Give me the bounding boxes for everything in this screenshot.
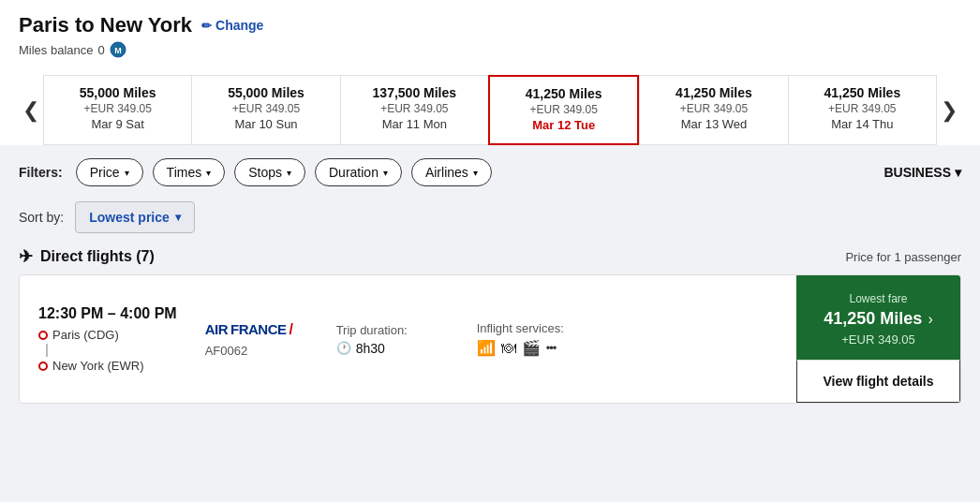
date-card-1[interactable]: 55,000 Miles +EUR 349.05 Mar 10 Sun <box>191 75 339 145</box>
trip-duration-label: Trip duration: <box>336 323 449 337</box>
direct-flights-label: Direct flights (7) <box>40 248 155 265</box>
carousel-prev-button[interactable]: ❮ <box>19 98 43 123</box>
date-miles-4: 41,250 Miles <box>647 85 780 100</box>
date-card-2[interactable]: 137,500 Miles +EUR 349.05 Mar 11 Mon <box>340 75 488 145</box>
route-line <box>46 344 48 357</box>
date-miles-2: 137,500 Miles <box>349 85 481 100</box>
date-label-4: Mar 13 Wed <box>647 117 780 131</box>
carousel-next-button[interactable]: ❯ <box>937 98 961 123</box>
flight-card: 12:30 PM – 4:00 PM Paris (CDG) New York … <box>19 274 961 404</box>
lowest-fare-button[interactable]: Lowest fare 41,250 Miles › +EUR 349.05 <box>796 275 960 360</box>
inflight-label: Inflight services: <box>477 321 608 335</box>
date-miles-0: 55,000 Miles <box>52 85 184 100</box>
airline-info: AIRFRANCE / AF0062 <box>205 321 308 358</box>
date-price-4: +EUR 349.05 <box>647 102 780 115</box>
miles-balance-label: Miles balance <box>19 43 94 57</box>
filter-chevron-icon-2: ▾ <box>287 168 291 178</box>
route: Paris (CDG) New York (EWR) <box>38 328 177 373</box>
more-services-icon: ••• <box>546 341 557 355</box>
destination-dot <box>38 362 48 371</box>
sort-label: Sort by: <box>19 210 64 225</box>
view-flight-details-button[interactable]: View flight details <box>796 360 960 403</box>
fare-box: Lowest fare 41,250 Miles › +EUR 349.05 V… <box>796 275 960 403</box>
filter-label-1: Times <box>167 165 202 180</box>
pencil-icon: ✏ <box>201 19 212 33</box>
filters-bar: Filters: Price▾Times▾Stops▾Duration▾Airl… <box>0 145 980 196</box>
filter-chevron-icon-0: ▾ <box>125 168 129 178</box>
filter-label-0: Price <box>90 165 120 180</box>
trip-duration: Trip duration: 🕐 8h30 <box>336 323 449 356</box>
filter-label-3: Duration <box>329 165 379 180</box>
route-destination: New York (EWR) <box>38 359 177 373</box>
fare-miles: 41,250 Miles <box>824 309 922 329</box>
sort-value: Lowest price <box>89 210 170 225</box>
lowest-fare-label: Lowest fare <box>849 292 907 305</box>
miles-coin-icon: M <box>110 41 126 58</box>
date-label-3: Mar 12 Tue <box>497 118 630 132</box>
duration-text: 8h30 <box>356 341 385 356</box>
origin-label: Paris (CDG) <box>52 328 119 342</box>
flight-info: 12:30 PM – 4:00 PM Paris (CDG) New York … <box>20 275 796 403</box>
destination-label: New York (EWR) <box>52 359 144 373</box>
sort-chevron-icon: ▾ <box>175 211 181 224</box>
filter-button-stops[interactable]: Stops▾ <box>234 158 305 186</box>
date-miles-1: 55,000 Miles <box>200 85 332 100</box>
section-title: ✈ Direct flights (7) <box>19 246 155 267</box>
inflight-icons: 📶 🍽 🎬 ••• <box>477 339 608 357</box>
date-cards-container: 55,000 Miles +EUR 349.05 Mar 9 Sat 55,00… <box>43 75 937 145</box>
change-label: Change <box>215 18 263 33</box>
cabin-class-button[interactable]: BUSINESS ▾ <box>883 165 961 180</box>
miles-balance-value: 0 <box>98 43 105 57</box>
fare-arrow-icon: › <box>928 311 932 328</box>
origin-dot <box>38 331 48 340</box>
date-card-5[interactable]: 41,250 Miles +EUR 349.05 Mar 14 Thu <box>788 75 937 145</box>
filter-button-duration[interactable]: Duration▾ <box>315 158 402 186</box>
cabin-class-label: BUSINESS <box>883 165 951 180</box>
page-title: Paris to New York <box>19 13 192 37</box>
filter-button-times[interactable]: Times▾ <box>153 158 226 186</box>
filter-label-4: Airlines <box>425 165 468 180</box>
date-label-0: Mar 9 Sat <box>52 117 184 131</box>
date-card-0[interactable]: 55,000 Miles +EUR 349.05 Mar 9 Sat <box>43 75 191 145</box>
filter-chevron-icon-3: ▾ <box>383 168 388 178</box>
date-miles-5: 41,250 Miles <box>796 85 928 100</box>
filter-button-airlines[interactable]: Airlines▾ <box>411 158 492 186</box>
fare-eur: +EUR 349.05 <box>841 332 914 347</box>
date-price-0: +EUR 349.05 <box>52 102 184 115</box>
route-origin: Paris (CDG) <box>38 328 177 342</box>
plane-icon: ✈ <box>19 246 33 267</box>
date-label-5: Mar 14 Thu <box>796 117 928 131</box>
date-card-3[interactable]: 41,250 Miles +EUR 349.05 Mar 12 Tue <box>488 75 639 145</box>
date-label-1: Mar 10 Sun <box>200 117 332 131</box>
trip-duration-value: 🕐 8h30 <box>336 341 449 356</box>
flight-times: 12:30 PM – 4:00 PM Paris (CDG) New York … <box>38 305 177 373</box>
filters-label: Filters: <box>19 165 63 180</box>
section-header: ✈ Direct flights (7) Price for 1 passeng… <box>0 243 980 274</box>
inflight-section: Inflight services: 📶 🍽 🎬 ••• <box>477 321 608 357</box>
sort-row: Sort by: Lowest price ▾ <box>0 196 980 243</box>
fare-miles-row: 41,250 Miles › <box>824 309 932 329</box>
flight-number: AF0062 <box>205 344 308 358</box>
meal-icon: 🍽 <box>501 340 516 357</box>
svg-text:M: M <box>114 46 122 55</box>
date-carousel: ❮ 55,000 Miles +EUR 349.05 Mar 9 Sat 55,… <box>19 67 961 145</box>
filter-button-price[interactable]: Price▾ <box>76 158 143 186</box>
miles-balance: Miles balance 0 M <box>19 41 961 58</box>
time-range: 12:30 PM – 4:00 PM <box>38 305 177 322</box>
change-button[interactable]: ✏ Change <box>201 18 263 33</box>
date-miles-3: 41,250 Miles <box>497 86 630 101</box>
wifi-icon: 📶 <box>477 339 496 357</box>
price-for-label: Price for 1 passenger <box>845 250 961 264</box>
date-label-2: Mar 11 Mon <box>349 117 481 131</box>
filter-label-2: Stops <box>248 165 282 180</box>
date-price-5: +EUR 349.05 <box>796 102 928 115</box>
date-price-3: +EUR 349.05 <box>497 103 630 116</box>
clock-icon: 🕐 <box>336 341 351 355</box>
filter-chevron-icon-4: ▾ <box>473 168 478 178</box>
date-card-4[interactable]: 41,250 Miles +EUR 349.05 Mar 13 Wed <box>639 75 787 145</box>
cabin-chevron-icon: ▾ <box>955 165 961 180</box>
sort-select[interactable]: Lowest price ▾ <box>75 201 195 233</box>
date-price-2: +EUR 349.05 <box>349 102 481 115</box>
entertainment-icon: 🎬 <box>522 339 541 357</box>
airline-logo: AIRFRANCE / <box>205 321 308 338</box>
